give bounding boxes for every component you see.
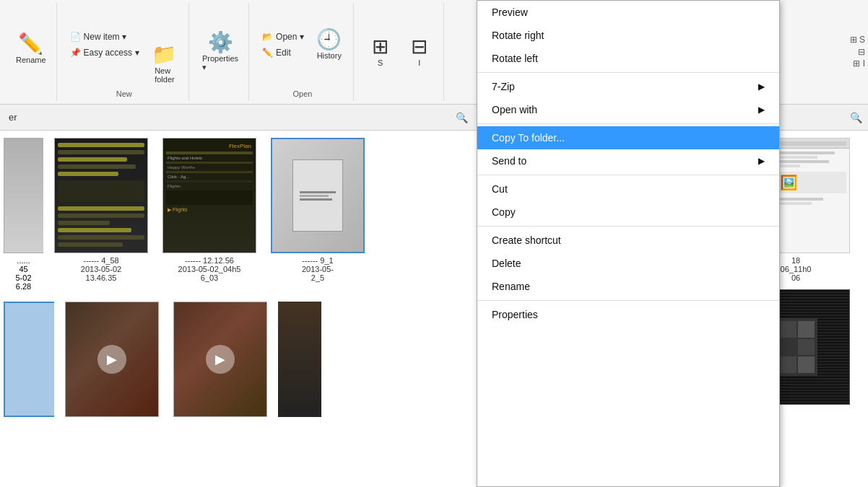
right-search-icon[interactable]: 🔍 — [850, 112, 862, 123]
ctx-properties[interactable]: Properties — [477, 303, 779, 326]
folder-name-bar: er 🔍 — [0, 105, 477, 131]
explorer-content: er 🔍 ...... 45 5-02 6.28 — [0, 105, 477, 487]
ctx-properties-label: Properties — [492, 309, 538, 320]
open-group-label: Open — [292, 89, 312, 101]
ctx-7zip[interactable]: 7-Zip ▶ — [477, 75, 779, 98]
new-item-label: New item ▾ — [84, 32, 126, 42]
ctx-send-to-arrow: ▶ — [758, 156, 765, 166]
open-icon: 📂 — [262, 32, 273, 42]
ctx-copy-to-folder-label: Copy To folder... — [492, 132, 565, 144]
easy-access-label: Easy access — [84, 48, 132, 58]
history-button[interactable]: 🕘 History — [311, 27, 347, 63]
ctx-sep-1 — [477, 72, 779, 73]
history-icon: 🕘 — [316, 30, 342, 50]
ribbon-group-open: 📂 Open ▾ ✏️ Edit 🕘 History Open — [252, 3, 354, 101]
ctx-delete-label: Delete — [492, 258, 521, 269]
thumb-label-4: ------ 9_1 2013-05- 2_5 — [302, 256, 334, 282]
ctx-delete[interactable]: Delete — [477, 252, 779, 275]
ctx-send-to-label: Send to — [492, 155, 526, 167]
share2-button[interactable]: ⊟ I — [402, 34, 438, 70]
properties-icon: ⚙️ — [208, 32, 233, 53]
folder-path-label: er — [9, 112, 17, 123]
ctx-copy-label: Copy — [492, 206, 516, 218]
ctx-rename[interactable]: Rename — [477, 275, 779, 298]
edit-icon: ✏️ — [262, 48, 273, 58]
share-label: S — [378, 58, 383, 67]
share2-label: I — [418, 58, 420, 67]
ctx-create-shortcut-label: Create shortcut — [492, 234, 561, 246]
thumb-item-3[interactable]: FlexPlan Flights and Hotels Happy Worths… — [159, 138, 260, 291]
ribbon-group-rename: ✏️ Rename — [6, 3, 57, 101]
ctx-sep-5 — [477, 300, 779, 301]
context-menu: Preview Rotate right Rotate left 7-Zip ▶… — [477, 0, 780, 487]
new-item-icon: 📄 — [70, 32, 81, 42]
new-folder-button[interactable]: 📁 Newfolder — [147, 42, 183, 87]
search-icon[interactable]: 🔍 — [456, 112, 468, 123]
ctx-rotate-right-label: Rotate right — [492, 30, 544, 41]
thumb-partial-blue[interactable] — [4, 302, 54, 429]
ctx-rotate-left[interactable]: Rotate left — [477, 47, 779, 70]
ctx-rotate-right[interactable]: Rotate right — [477, 24, 779, 47]
new-group-label: New — [116, 89, 132, 101]
ctx-sep-2 — [477, 123, 779, 124]
rename-icon: ✏️ — [18, 34, 43, 54]
ctx-7zip-label: 7-Zip — [492, 81, 515, 92]
ctx-sep-3 — [477, 175, 779, 175]
ribbon-toolbar: ✏️ Rename 📄 New item ▾ 📌 Easy access ▾ 📁 — [0, 0, 477, 105]
ctx-preview[interactable]: Preview — [477, 1, 779, 24]
easy-access-icon: 📌 — [70, 48, 81, 58]
history-label: History — [317, 51, 342, 60]
thumb-item-r2-2[interactable]: ▶ — [170, 302, 271, 429]
share2-icon: ⊟ — [411, 37, 428, 57]
new-folder-label: Newfolder — [155, 66, 175, 84]
ctx-cut-label: Cut — [492, 183, 508, 195]
ctx-copy-to-folder[interactable]: Copy To folder... — [477, 126, 779, 149]
ctx-sep-4 — [477, 226, 779, 227]
share-button[interactable]: ⊞ S — [363, 34, 399, 70]
share-icon: ⊞ — [372, 37, 389, 57]
thumb-partial-right2[interactable] — [278, 302, 321, 429]
thumb-item-2[interactable]: ------ 4_58 2013-05-02 13.46.35 — [51, 138, 152, 291]
properties-button[interactable]: ⚙️ Properties▾ — [198, 30, 243, 75]
ctx-preview-label: Preview — [492, 6, 528, 18]
ctx-send-to[interactable]: Send to ▶ — [477, 149, 779, 172]
ribbon-group-properties: ⚙️ Properties▾ — [192, 3, 249, 101]
ribbon-group-share-partial: ⊞ S ⊟ I — [357, 3, 444, 101]
ctx-cut[interactable]: Cut — [477, 177, 779, 201]
rename-label: Rename — [16, 56, 46, 64]
ctx-open-with-label: Open with — [492, 104, 537, 115]
thumb-label-1: ...... 45 5-02 6.28 — [4, 256, 43, 291]
ctx-7zip-arrow: ▶ — [758, 82, 765, 92]
ribbon-partial-text: ⊞ S ⊟⊞ I — [850, 34, 865, 70]
ribbon-group-new: 📄 New item ▾ 📌 Easy access ▾ 📁 Newfolder… — [60, 3, 189, 101]
ctx-open-with[interactable]: Open with ▶ — [477, 98, 779, 121]
thumbnails-row1: ...... 45 5-02 6.28 — [0, 131, 477, 298]
ctx-copy[interactable]: Copy — [477, 201, 779, 224]
new-small-group: 📄 New item ▾ 📌 Easy access ▾ — [66, 30, 144, 60]
rename-button[interactable]: ✏️ Rename — [12, 31, 51, 67]
thumb-partial-left[interactable]: ...... 45 5-02 6.28 — [4, 138, 43, 291]
ctx-rename-label: Rename — [492, 281, 530, 292]
ctx-rotate-left-label: Rotate left — [492, 53, 538, 64]
new-item-button[interactable]: 📄 New item ▾ — [66, 30, 144, 44]
easy-access-button[interactable]: 📌 Easy access ▾ — [66, 45, 144, 60]
new-folder-icon: 📁 — [152, 45, 177, 65]
thumbnails-row2: ▶ ▶ — [0, 298, 477, 432]
edit-button[interactable]: ✏️ Edit — [258, 45, 308, 60]
open-label: Open ▾ — [276, 32, 304, 42]
ctx-open-with-arrow: ▶ — [758, 105, 765, 115]
thumb-item-4[interactable]: ------ 9_1 2013-05- 2_5 — [267, 138, 368, 291]
ctx-create-shortcut[interactable]: Create shortcut — [477, 229, 779, 252]
edit-label: Edit — [276, 48, 291, 58]
properties-label: Properties▾ — [202, 54, 238, 72]
open-button[interactable]: 📂 Open ▾ — [258, 30, 308, 44]
thumb-label-3: ------ 12.12.56 2013-05-02_04h5 6_03 — [178, 256, 241, 282]
easy-access-arrow: ▾ — [135, 48, 139, 58]
open-small-group: 📂 Open ▾ ✏️ Edit — [258, 30, 308, 60]
thumb-label-2: ------ 4_58 2013-05-02 13.46.35 — [81, 256, 121, 282]
thumb-item-r2-1[interactable]: ▶ — [61, 302, 162, 429]
